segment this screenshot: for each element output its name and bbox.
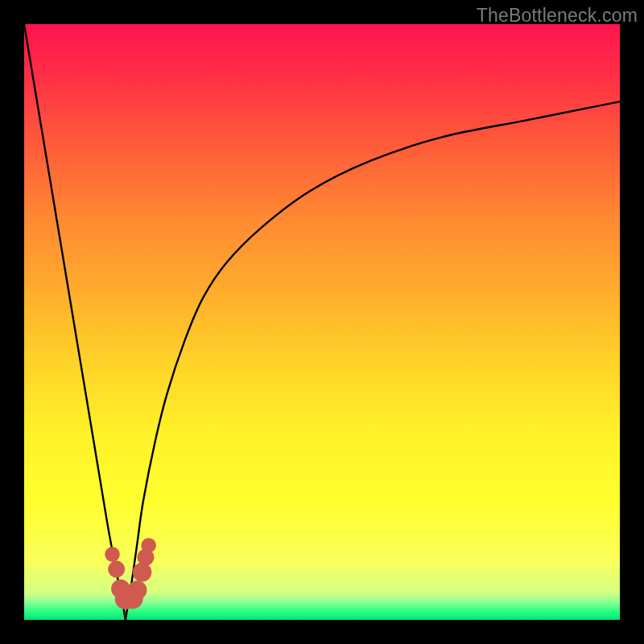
curve-left-branch [24, 24, 126, 620]
bottleneck-curve [24, 24, 620, 620]
curve-right-branch [126, 101, 620, 620]
chart-frame: TheBottleneck.com [0, 0, 644, 644]
marker-dot [108, 561, 125, 578]
marker-dot [133, 563, 152, 582]
plot-area [24, 24, 620, 620]
marker-dot [105, 547, 120, 562]
curve-layer [24, 24, 620, 620]
watermark-text: TheBottleneck.com [477, 5, 638, 27]
marker-dot [141, 538, 156, 553]
marker-dot [128, 580, 147, 600]
marker-cluster [105, 538, 156, 609]
